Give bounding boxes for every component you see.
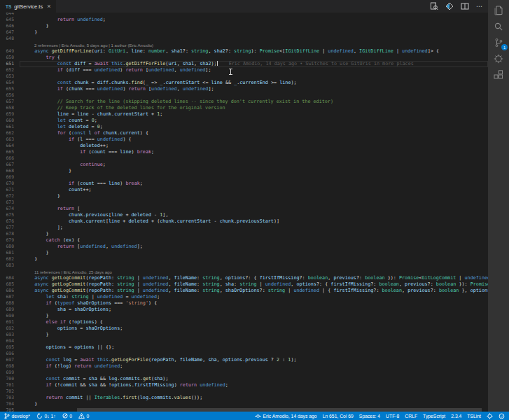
code-line[interactable]: 660 let count = 0; xyxy=(0,118,488,124)
activity-search[interactable] xyxy=(488,20,509,33)
code-line[interactable]: 689 sha = shaOrOptions; xyxy=(0,307,488,313)
codelens-row[interactable]: 11 references | Eric Amodio, 25 days ago xyxy=(0,269,488,275)
line-number[interactable]: 651 xyxy=(0,61,20,67)
line-number[interactable]: 680 xyxy=(0,244,20,250)
code-line[interactable]: 704 } xyxy=(0,401,488,407)
line-number[interactable]: 664 xyxy=(0,143,20,149)
code-line[interactable]: 653 xyxy=(0,74,488,80)
line-number[interactable]: 653 xyxy=(0,74,20,80)
line-number[interactable]: 670 xyxy=(0,181,20,187)
status-tslint[interactable]: TSLint xyxy=(467,414,481,419)
line-number[interactable]: 675 xyxy=(0,212,20,218)
line-number[interactable]: 652 xyxy=(0,67,20,74)
line-number[interactable]: 683 xyxy=(0,262,20,269)
line-number[interactable]: 704 xyxy=(0,401,20,407)
code-line[interactable]: 697 const log = await this.getLogForFile… xyxy=(0,357,488,363)
code-line[interactable]: 693 } xyxy=(0,332,488,338)
code-line[interactable]: 662 for (const l of chunk.current) { xyxy=(0,130,488,136)
line-number[interactable]: 692 xyxy=(0,326,20,332)
line-number[interactable]: 693 xyxy=(0,332,20,338)
code-line[interactable]: 671 count++; xyxy=(0,187,488,193)
code-line[interactable]: 656 xyxy=(0,92,488,99)
line-number[interactable]: 685 xyxy=(0,281,20,288)
code-line[interactable]: 667 continue; xyxy=(0,162,488,168)
line-number[interactable]: 662 xyxy=(0,130,20,136)
status-gear[interactable] xyxy=(487,413,493,419)
code-line[interactable]: 673 xyxy=(0,200,488,206)
line-number[interactable]: 659 xyxy=(0,111,20,118)
codelens-row[interactable]: 2 references | Eric Amodio, 5 days ago |… xyxy=(0,42,488,48)
activity-extensions[interactable] xyxy=(488,69,509,81)
code-line[interactable]: 658 // Keep track of the deleted lines f… xyxy=(0,105,488,111)
code-line[interactable]: 680 return [undefined, undefined]; xyxy=(0,244,488,250)
line-number[interactable]: 661 xyxy=(0,124,20,130)
tab-gitservice-ts[interactable]: TS gitService.ts × xyxy=(0,0,57,13)
code-line[interactable]: 651 const diff = await this.getDiffForFi… xyxy=(0,61,488,67)
status-git-branch[interactable]: develop* xyxy=(4,413,30,419)
code-line[interactable]: 678 } xyxy=(0,231,488,237)
code-line[interactable]: 687 let sha: string | undefined = undefi… xyxy=(0,294,488,300)
code-line[interactable]: 650 try { xyxy=(0,55,488,61)
code-line[interactable]: 675 chunk.previous[line + deleted - 1], xyxy=(0,212,488,218)
line-number[interactable]: 698 xyxy=(0,363,20,370)
code-line[interactable]: 665 if (count === line) break; xyxy=(0,149,488,155)
line-number[interactable]: 667 xyxy=(0,162,20,168)
line-number[interactable]: 679 xyxy=(0,237,20,244)
open-changes-icon[interactable] xyxy=(445,2,454,10)
code-line[interactable]: 685 async getLogCommit(repoPath: string … xyxy=(0,281,488,288)
line-number[interactable]: 656 xyxy=(0,92,20,99)
status-crlf[interactable]: CRLF xyxy=(405,414,417,419)
line-number[interactable]: 681 xyxy=(0,250,20,256)
code-editor[interactable]: 644645 return undefined;646 }647 }6482 r… xyxy=(0,13,488,412)
line-number[interactable]: 654 xyxy=(0,80,20,86)
line-number[interactable]: 678 xyxy=(0,231,20,237)
line-number[interactable] xyxy=(0,269,20,275)
line-number[interactable]: 695 xyxy=(0,344,20,351)
status-smiley[interactable] xyxy=(498,413,505,419)
status-sync[interactable]: 0↓ 1↑ xyxy=(36,413,56,419)
line-number[interactable]: 701 xyxy=(0,382,20,388)
line-number[interactable]: 674 xyxy=(0,206,20,212)
activity-debug[interactable] xyxy=(488,52,509,65)
line-number[interactable]: 673 xyxy=(0,200,20,206)
code-line[interactable]: 661 let deleted = 0; xyxy=(0,124,488,130)
code-line[interactable]: 690 } xyxy=(0,313,488,319)
code-line[interactable]: 686 async getLogCommit(repoPath: string … xyxy=(0,288,488,294)
close-icon[interactable]: × xyxy=(47,4,50,10)
status-utf-8[interactable]: UTF-8 xyxy=(386,414,399,419)
toggle-blame-icon[interactable] xyxy=(430,2,438,10)
code-line[interactable]: 652 if (diff === undefined) return [unde… xyxy=(0,67,488,74)
code-line[interactable]: 684 async getLogCommit(repoPath: string … xyxy=(0,275,488,281)
line-number[interactable]: 684 xyxy=(0,275,20,281)
line-number[interactable]: 696 xyxy=(0,351,20,357)
line-number[interactable]: 665 xyxy=(0,149,20,155)
code-line[interactable]: 691 else if (!options) { xyxy=(0,319,488,326)
code-line[interactable]: 676 chunk.current[line + deleted + (chun… xyxy=(0,218,488,225)
codelens-link[interactable]: 2 references | Eric Amodio, 5 days ago |… xyxy=(34,43,153,48)
code-line[interactable]: 677 ]; xyxy=(0,225,488,231)
code-line[interactable]: 669 xyxy=(0,174,488,181)
code-line[interactable]: 699 xyxy=(0,370,488,376)
code-line[interactable]: 664 deleted++; xyxy=(0,143,488,149)
status-spaces-4[interactable]: Spaces: 4 xyxy=(359,414,380,419)
status-warning[interactable]: 0 xyxy=(78,413,89,419)
line-number[interactable]: 697 xyxy=(0,357,20,363)
line-number[interactable]: 658 xyxy=(0,105,20,111)
code-line[interactable]: 654 const chunk = diff.chunks.find(_ => … xyxy=(0,80,488,86)
line-number[interactable]: 691 xyxy=(0,319,20,326)
status-ln-651-col-69[interactable]: Ln 651, Col 69 xyxy=(323,414,354,419)
line-number[interactable]: 646 xyxy=(0,23,20,29)
more-actions-icon[interactable]: ⋯ xyxy=(476,3,482,10)
code-line[interactable]: 663 if (l === undefined) { xyxy=(0,136,488,143)
status-error[interactable]: 0 xyxy=(62,413,72,419)
code-line[interactable]: 672 } xyxy=(0,193,488,200)
code-line[interactable]: 688 if (typeof shaOrOptions === 'string'… xyxy=(0,300,488,307)
line-number[interactable]: 660 xyxy=(0,118,20,124)
code-line[interactable]: 694 xyxy=(0,338,488,344)
line-number[interactable]: 689 xyxy=(0,307,20,313)
code-line[interactable]: 692 options = shaOrOptions; xyxy=(0,326,488,332)
code-line[interactable]: 674 return [ xyxy=(0,206,488,212)
line-number[interactable]: 645 xyxy=(0,17,20,23)
code-line[interactable]: 698 if (!log) return undefined; xyxy=(0,363,488,370)
line-number[interactable]: 655 xyxy=(0,86,20,92)
